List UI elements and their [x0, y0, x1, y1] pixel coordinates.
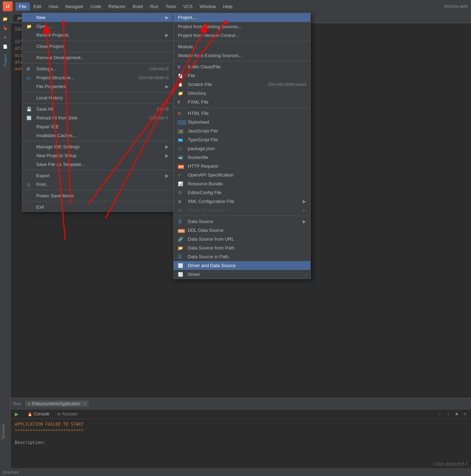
save-all-label: Save All — [36, 106, 157, 112]
sidebar-icon-bookmark[interactable]: 🔖 — [1, 24, 10, 32]
new-project-existing[interactable]: Project from Existing Sources... — [174, 22, 310, 31]
run-play-btn[interactable]: ▶ — [13, 410, 20, 418]
menu-item-build[interactable]: Build — [129, 2, 147, 11]
run-up-btn[interactable]: ↑ — [436, 410, 444, 418]
file-menu-close-project[interactable]: Close Project — [22, 42, 173, 51]
datasource-icon: 🗄 — [178, 219, 182, 224]
new-ts-label: TypeScript File — [188, 137, 218, 142]
file-menu-reload[interactable]: 🔄 Reload All from Disk Ctrl+Alt+Y — [22, 113, 173, 122]
run-stop-btn[interactable]: ■ — [453, 410, 460, 418]
datasource-url-icon: 🔗 — [178, 237, 183, 242]
new-resource-bundle-label: Resource Bundle — [188, 181, 223, 186]
menu-item-tools[interactable]: Tools — [162, 2, 180, 11]
openapi-icon-area: ✓ — [178, 172, 185, 178]
menu-item-refactor[interactable]: Refactor — [105, 2, 129, 11]
file-menu-save-template[interactable]: Save File as Template... — [22, 160, 173, 169]
file-menu-export[interactable]: Export ▶ — [22, 171, 173, 180]
run-down-btn[interactable]: ↓ — [444, 410, 452, 418]
new-swing[interactable]: ⚙ Swing UI Designer ▶ — [174, 206, 310, 215]
file-menu-new[interactable]: New ▶ — [22, 13, 173, 22]
new-js[interactable]: JS JavaScript File — [174, 126, 310, 135]
new-directory[interactable]: 📁 Directory — [174, 89, 310, 98]
menu-item-navigate[interactable]: Navigate — [62, 2, 87, 11]
new-datasource-path[interactable]: 📂 Data Source from Path — [174, 243, 310, 252]
menu-item-vcs[interactable]: VCS — [180, 2, 196, 11]
project-label-vertical[interactable]: Project — [3, 54, 7, 66]
new-fxml[interactable]: F FXML File — [174, 98, 310, 106]
save-icon: 💾 — [26, 107, 32, 112]
menu-item-file[interactable]: File — [16, 2, 30, 11]
openapi-icon: ✓ — [178, 173, 181, 178]
run-tab-actuator[interactable]: ⚙ Actuator — [54, 411, 81, 417]
file-menu-save-all[interactable]: 💾 Save All Ctrl+S — [22, 105, 173, 113]
new-datasource-in-path[interactable]: 🗄 Data Source in Path — [174, 252, 310, 261]
settings-label: Settings... — [36, 66, 149, 72]
file-menu-power-save[interactable]: Power Save Mode — [22, 191, 173, 200]
run-app-tab[interactable]: ● FeituixiaAdminApplication ✕ — [25, 401, 89, 407]
new-datasource[interactable]: 🗄 Data Source ▶ — [174, 217, 310, 226]
new-driver-datasource[interactable]: ⬜ Driver and Data Source — [174, 261, 310, 270]
file-menu-local-history[interactable]: Local History — [22, 93, 173, 102]
file-menu-remote[interactable]: Remote Development... — [22, 53, 173, 62]
run-output-line1: APPLICATION FAILED TO START — [15, 421, 467, 428]
menu-item-code[interactable]: Code — [87, 2, 105, 11]
file-menu-settings[interactable]: ⚙ Settings... Ctrl+Alt+S — [22, 64, 173, 73]
structure-sidebar-label[interactable]: Structure — [0, 422, 10, 441]
new-kotlin[interactable]: K Kotlin Class/File — [174, 62, 310, 71]
new-resource-bundle[interactable]: 📊 Resource Bundle — [174, 179, 310, 188]
new-openapi-label: OpenAPI Specification — [188, 172, 234, 178]
new-project[interactable]: Project... — [174, 13, 310, 22]
structure-label[interactable]: Structure — [3, 470, 19, 474]
new-html[interactable]: H HTML File — [174, 109, 310, 118]
run-output-line2: *************************** — [15, 428, 467, 434]
file-menu-exit[interactable]: Exit — [22, 203, 173, 211]
menu-item-run[interactable]: Run — [147, 2, 162, 11]
datasource-path-icon: 📂 — [178, 246, 183, 251]
new-xml[interactable]: ⚙ XML Configuration File ▶ — [174, 197, 310, 206]
file-menu-recent[interactable]: Recent Projects ▶ — [22, 31, 173, 39]
new-module[interactable]: Module... — [174, 42, 310, 51]
menu-item-help[interactable]: Help — [219, 2, 236, 11]
file-menu-manage-ide[interactable]: Manage IDE Settings ▶ — [22, 142, 173, 151]
new-scratch-label: Scratch File — [188, 82, 268, 87]
file-menu-new-projects-setup[interactable]: New Projects Setup ▶ — [22, 151, 173, 160]
new-driver[interactable]: ⬜ Driver — [174, 270, 310, 279]
http-icon: API — [178, 165, 184, 169]
new-scratch[interactable]: 📋 Scratch File Ctrl+Alt+Shift+Insert — [174, 80, 310, 89]
new-editorconfig[interactable]: ⚙ EditorConfig File — [174, 188, 310, 197]
new-http[interactable]: API HTTP Request — [174, 162, 310, 171]
directory-icon-area: 📁 — [178, 91, 185, 96]
reload-icon: 🔄 — [26, 116, 32, 120]
run-actuator-icon: ⚙ — [57, 412, 61, 416]
file-menu-print[interactable]: 🖨 Print... — [22, 180, 173, 189]
new-sub-sep-2 — [174, 41, 310, 41]
run-list-btn[interactable]: ≡ — [461, 410, 469, 418]
new-css[interactable]: CSS Stylesheet — [174, 118, 310, 126]
new-dockerfile[interactable]: 🐳 Dockerfile — [174, 153, 310, 162]
menu-item-edit[interactable]: Edit — [30, 2, 45, 11]
new-openapi[interactable]: ✓ OpenAPI Specification — [174, 171, 310, 179]
new-datasource-url[interactable]: 🔗 Data Source from URL — [174, 235, 310, 243]
new-file[interactable]: 📄 File — [174, 71, 310, 80]
new-module-existing[interactable]: Module from Existing Sources... — [174, 51, 310, 60]
run-tab-console[interactable]: 🔥 Console — [24, 411, 53, 417]
file-menu-invalidate[interactable]: Invalidate Caches... — [22, 131, 173, 140]
invalidate-label: Invalidate Caches... — [36, 133, 76, 138]
html-icon: H — [178, 111, 181, 116]
new-packagejson[interactable]: ⬡ package.json — [174, 144, 310, 153]
file-menu-file-properties[interactable]: File Properties ▶ — [22, 82, 173, 91]
new-ddl[interactable]: DDL DDL Data Source — [174, 226, 310, 235]
run-app-close[interactable]: ✕ — [83, 402, 86, 406]
menu-item-window[interactable]: Window — [196, 2, 219, 11]
sidebar-icon-project[interactable]: 📁 — [1, 15, 10, 23]
new-ts[interactable]: TS TypeScript File — [174, 135, 310, 144]
menu-item-view[interactable]: View — [45, 2, 62, 11]
file-menu-repair-ide[interactable]: Repair IDE — [22, 122, 173, 131]
new-project-vcs[interactable]: Project from Version Control... — [174, 31, 310, 40]
sidebar-expand[interactable]: ▼ — [1, 33, 10, 42]
run-output: APPLICATION FAILED TO START ************… — [11, 419, 471, 449]
file-menu-open[interactable]: 📁 Open... — [22, 22, 173, 31]
file-props-arrow: ▶ — [165, 84, 169, 89]
sidebar-file-icon[interactable]: 📄 — [1, 42, 10, 51]
file-menu-project-structure[interactable]: 🗂 Project Structure... Ctrl+Alt+Shift+S — [22, 73, 173, 82]
